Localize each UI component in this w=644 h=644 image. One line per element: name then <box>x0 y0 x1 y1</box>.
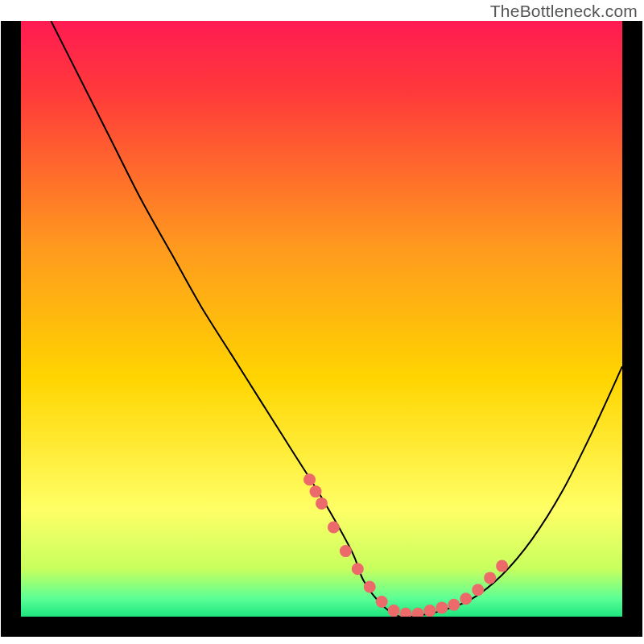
chart-background <box>21 21 622 617</box>
watermark-text: TheBottleneck.com <box>490 2 638 21</box>
sample-point <box>376 596 388 608</box>
sample-point <box>496 560 508 572</box>
sample-point <box>423 605 436 617</box>
sample-point <box>436 601 448 613</box>
sample-point <box>316 497 328 510</box>
sample-point <box>388 605 400 617</box>
sample-point <box>364 581 376 593</box>
sample-point <box>328 522 340 534</box>
bottleneck-chart <box>21 21 622 617</box>
sample-point <box>484 572 496 584</box>
chart-plot-area <box>21 21 622 617</box>
sample-point <box>303 473 316 485</box>
sample-point <box>448 599 460 611</box>
sample-point <box>460 592 472 605</box>
chart-outer-frame <box>1 21 642 637</box>
sample-point <box>472 584 484 596</box>
sample-point <box>352 563 364 575</box>
sample-point <box>340 545 352 557</box>
sample-point <box>310 485 322 497</box>
